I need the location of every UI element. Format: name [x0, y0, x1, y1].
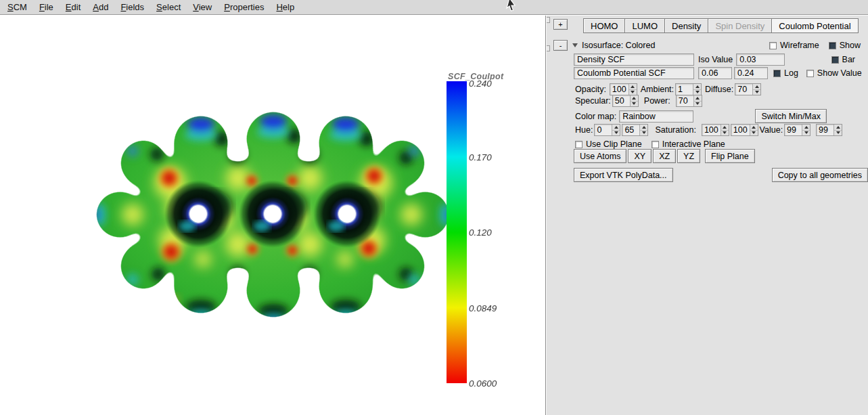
ambient-spinbox[interactable]: 1 — [675, 83, 702, 95]
hue-max-spinbox[interactable]: 65 — [622, 124, 648, 136]
copy-to-all-geometries-button[interactable]: Copy to all geometries — [772, 168, 868, 182]
tab-density[interactable]: Density — [664, 18, 708, 33]
menu-properties[interactable]: Properties — [218, 1, 270, 14]
bar-checkbox[interactable] — [831, 56, 839, 64]
tab-lumo[interactable]: LUMO — [624, 18, 665, 33]
iso-value-input[interactable]: 0.03 — [736, 53, 785, 66]
diffuse-label: Diffuse: — [705, 85, 733, 94]
opacity-spinbox[interactable]: 100 — [610, 83, 637, 95]
ambient-label: Ambient: — [641, 85, 674, 94]
opacity-label: Opacity: — [575, 85, 606, 94]
menu-scm[interactable]: SCM — [1, 1, 33, 14]
tab-spin-density[interactable]: Spin Density — [708, 18, 772, 33]
colorbar-tick: 0.170 — [469, 152, 492, 162]
diffuse-spinbox[interactable]: 70 — [735, 83, 761, 95]
spinner-arrows-icon[interactable] — [693, 84, 701, 95]
collapse-triangle-icon[interactable] — [572, 43, 578, 47]
export-vtk-button[interactable]: Export VTK PolyData... — [574, 168, 673, 182]
fields-control-panel: + - HOMO LUMO Density Spin Density Coulo… — [547, 16, 868, 415]
panel-notch — [547, 17, 550, 23]
use-atoms-button[interactable]: Use Atoms — [574, 149, 626, 163]
colorbar-ticks: 0.240 0.170 0.120 0.0849 0.0600 — [469, 81, 536, 383]
xy-plane-button[interactable]: XY — [628, 149, 652, 163]
add-field-button[interactable]: + — [553, 19, 568, 30]
spinner-arrows-icon[interactable] — [802, 125, 810, 135]
3d-viewport[interactable]: SCF_Coulpot 0.240 0.170 0.120 0.0849 0.0… — [0, 16, 546, 415]
specular-spinbox[interactable]: 50 — [612, 95, 639, 107]
range-max-input[interactable]: 0.24 — [734, 67, 768, 79]
saturation-label: Saturation: — [655, 125, 695, 135]
colorbar-tick: 0.240 — [469, 79, 492, 89]
colorbar-legend: SCF_Coulpot 0.240 0.170 0.120 0.0849 0.0… — [443, 56, 545, 395]
spinner-arrows-icon[interactable] — [833, 125, 842, 135]
colormap-select[interactable]: Rainbow — [619, 110, 693, 123]
saturation-min-spinbox[interactable]: 100 — [702, 124, 729, 136]
spinner-arrows-icon[interactable] — [639, 125, 647, 135]
interactive-plane-checkbox[interactable] — [652, 141, 659, 148]
mouse-cursor-icon — [503, 0, 518, 12]
xz-plane-button[interactable]: XZ — [653, 149, 676, 163]
spinner-arrows-icon[interactable] — [693, 95, 702, 106]
spinner-arrows-icon[interactable] — [752, 84, 760, 95]
show-label: Show — [840, 41, 861, 50]
density-field-select[interactable]: Density SCF — [574, 53, 694, 66]
spinner-arrows-icon[interactable] — [612, 125, 620, 135]
use-clip-plane-label: Use Clip Plane — [586, 139, 642, 149]
hue-min-spinbox[interactable]: 0 — [594, 124, 620, 136]
value-max-spinbox[interactable]: 99 — [816, 124, 842, 136]
yz-plane-button[interactable]: YZ — [677, 149, 700, 163]
specular-label: Specular: — [575, 96, 611, 106]
color-field-select[interactable]: Coulomb Potential SCF — [574, 67, 694, 79]
flip-plane-button[interactable]: Flip Plane — [705, 149, 755, 163]
wireframe-label: Wireframe — [780, 41, 819, 50]
menu-fields[interactable]: Fields — [114, 1, 150, 14]
show-value-label: Show Value — [817, 68, 862, 78]
log-checkbox[interactable] — [773, 70, 781, 77]
menubar: SCM File Edit Add Fields Select View Pro… — [0, 0, 868, 15]
menu-help[interactable]: Help — [270, 1, 300, 14]
remove-field-button[interactable]: - — [553, 40, 568, 51]
interactive-plane-label: Interactive Plane — [662, 139, 725, 149]
colorbar-tick: 0.0849 — [469, 303, 497, 313]
power-label: Power: — [644, 96, 670, 106]
colorbar-tick: 0.0600 — [469, 378, 497, 389]
colormap-label: Color map: — [575, 112, 616, 121]
switch-minmax-button[interactable]: Switch Min/Max — [755, 109, 827, 123]
wireframe-checkbox[interactable] — [769, 42, 777, 49]
value-label: Value: — [760, 125, 783, 135]
section-title: Isosurface: Colored — [582, 41, 655, 50]
colorbar-gradient — [447, 81, 467, 383]
menu-add[interactable]: Add — [87, 1, 114, 14]
tab-coulomb-potential[interactable]: Coulomb Potential — [771, 18, 858, 33]
menu-edit[interactable]: Edit — [60, 1, 87, 14]
menu-select[interactable]: Select — [150, 1, 187, 14]
panel-notch — [547, 45, 550, 51]
power-spinbox[interactable]: 70 — [676, 95, 702, 107]
spinner-arrows-icon[interactable] — [721, 125, 729, 135]
show-value-checkbox[interactable] — [806, 70, 814, 77]
value-min-spinbox[interactable]: 99 — [784, 124, 810, 136]
menu-file[interactable]: File — [33, 1, 60, 14]
bar-label: Bar — [842, 55, 855, 64]
log-label: Log — [784, 68, 798, 78]
use-clip-plane-checkbox[interactable] — [575, 141, 583, 148]
show-checkbox[interactable] — [829, 42, 836, 49]
spinner-arrows-icon[interactable] — [750, 125, 758, 135]
spinner-arrows-icon[interactable] — [629, 84, 637, 95]
hue-label: Hue: — [575, 125, 593, 135]
field-tabs: HOMO LUMO Density Spin Density Coulomb P… — [583, 18, 858, 33]
spinner-arrows-icon[interactable] — [630, 95, 638, 106]
range-min-input[interactable]: 0.06 — [698, 67, 732, 79]
menu-view[interactable]: View — [187, 1, 218, 14]
iso-value-label: Iso Value — [698, 55, 733, 64]
colorbar-tick: 0.120 — [469, 227, 492, 238]
saturation-max-spinbox[interactable]: 100 — [731, 124, 758, 136]
tab-homo[interactable]: HOMO — [583, 18, 625, 33]
